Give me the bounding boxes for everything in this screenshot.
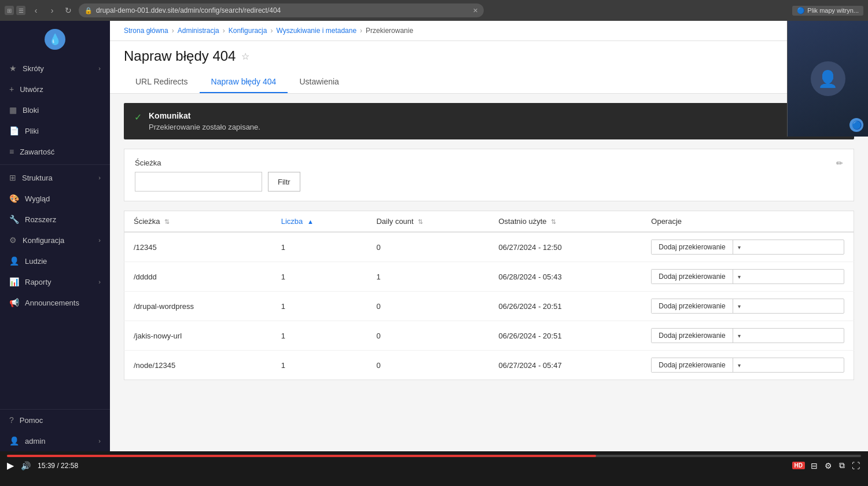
sidebar-item-konfiguracja[interactable]: ⚙ Konfiguracja › [0,230,110,251]
settings-button[interactable]: ⚙ [823,460,833,472]
extension-label: Plik mapy witryn... [807,7,859,14]
progress-bar-fill [7,455,596,457]
ludzie-icon: 👤 [9,256,19,266]
raporty-icon: 📊 [9,277,19,286]
sidebar-label-shortcuts: Skróty [23,64,44,73]
admin-chevron: › [98,437,101,444]
back-button[interactable]: ‹ [30,5,42,16]
extension-button[interactable]: 🔵 Plik mapy witryn... [792,6,863,16]
tab-url-redirects[interactable]: URL Redirects [124,71,200,93]
sidebar-item-admin[interactable]: 👤 admin › [0,430,110,451]
col-header-ostatnio[interactable]: Ostatnio użyte ⇅ [489,211,642,233]
browser-tab-icon[interactable]: ⊞ [5,6,14,15]
sidebar-item-rozszerz[interactable]: 🔧 Rozszerz [0,209,110,230]
breadcrumb-sep-3: › [270,27,273,35]
rozszerz-icon: 🔧 [9,215,19,224]
breadcrumb-admin[interactable]: Administracja [178,27,219,35]
sidebar-item-shortcuts[interactable]: ★ Skróty › [0,58,110,79]
video-overlay: 👤 🔵 [787,21,868,137]
subtitles-button[interactable]: ⊟ [810,460,819,472]
url-text: drupal-demo-001.ddev.site/admin/config/s… [96,6,469,14]
add-redirect-btn-2[interactable]: Dodaj przekierowanie ▾ [651,299,844,314]
sidebar-item-bloki[interactable]: ▦ Bloki [0,100,110,120]
cell-path-1: /ddddd [124,262,272,292]
forward-button[interactable]: › [46,5,58,16]
add-redirect-btn-3[interactable]: Dodaj przekierowanie ▾ [651,328,844,343]
cell-path-0: /12345 [124,232,272,262]
cell-ops-1: Dodaj przekierowanie ▾ [642,262,854,292]
sort-neutral-icon-3: ⇅ [551,218,556,225]
sidebar-label-pomoc: Pomoc [20,416,43,425]
sidebar-label-bloki: Bloki [23,106,39,115]
add-redirect-dropdown-2[interactable]: ▾ [733,300,745,312]
add-redirect-main-1[interactable]: Dodaj przekierowanie [652,270,733,284]
tab-ustawienia[interactable]: Ustawienia [288,71,350,93]
page-title-row: Napraw błędy 404 ☆ [124,48,854,64]
table-row: /ddddd 1 1 06/28/2024 - 05:43 Dodaj prze… [124,262,854,292]
add-redirect-btn-4[interactable]: Dodaj przekierowanie ▾ [651,358,844,373]
add-redirect-dropdown-0[interactable]: ▾ [733,241,745,253]
cell-daily-0: 0 [367,232,489,262]
progress-bar-container[interactable] [7,455,861,457]
sidebar-item-struktura[interactable]: ⊞ Struktura › [0,167,110,188]
path-filter-input[interactable] [135,172,262,192]
sidebar-item-raporty[interactable]: 📊 Raporty › [0,271,110,292]
browser-menu-icon[interactable]: ☰ [16,6,25,15]
sidebar-label-raporty: Raporty [25,278,52,286]
breadcrumb-home[interactable]: Strona główna [124,27,168,35]
add-redirect-btn-1[interactable]: Dodaj przekierowanie ▾ [651,269,844,284]
cell-path-4: /node/12345 [124,351,272,380]
col-header-sciezka[interactable]: Ścieżka ⇅ [124,211,272,233]
sidebar-logo: 💧 [0,21,110,58]
cell-ops-3: Dodaj przekierowanie ▾ [642,321,854,351]
cell-lastused-1: 06/28/2024 - 05:43 [489,262,642,292]
main-layout: 💧 ★ Skróty › + Utwórz ▦ Bloki 📄 Pli [0,21,868,451]
cell-lastused-2: 06/26/2024 - 20:51 [489,292,642,321]
col-header-daily[interactable]: Daily count ⇅ [367,211,489,233]
browser-controls: ⊞ ☰ [5,6,25,15]
volume-button[interactable]: 🔊 [21,461,31,470]
add-redirect-dropdown-1[interactable]: ▾ [733,271,745,283]
address-bar[interactable]: 🔒 drupal-demo-001.ddev.site/admin/config… [79,3,484,17]
filter-button[interactable]: Filtr [268,172,300,192]
add-redirect-main-2[interactable]: Dodaj przekierowanie [652,299,733,313]
col-header-liczba[interactable]: Liczba ▲ [272,211,367,233]
sidebar-label-create: Utwórz [20,85,43,94]
sidebar-label-wyglad: Wygląd [25,194,50,203]
sidebar-item-pomoc[interactable]: ? Pomoc [0,410,110,430]
bookmark-star-icon[interactable]: ☆ [241,51,249,62]
breadcrumb-sep-1: › [172,27,174,35]
breadcrumb-current: Przekierowanie [366,27,413,35]
pip-button[interactable]: ⧉ [838,459,846,472]
add-redirect-main-0[interactable]: Dodaj przekierowanie [652,240,733,254]
sidebar-item-announcements[interactable]: 📢 Announcements [0,292,110,313]
fullscreen-button[interactable]: ⛶ [851,460,861,472]
sidebar-item-pliki[interactable]: 📄 Pliki [0,120,110,141]
sidebar-item-zawartosc[interactable]: ≡ Zawartość [0,141,110,162]
announcements-icon: 📢 [9,298,19,307]
sidebar-item-wyglad[interactable]: 🎨 Wygląd [0,188,110,209]
add-redirect-main-4[interactable]: Dodaj przekierowanie [652,358,733,372]
edit-icon[interactable]: ✏ [836,159,843,168]
breadcrumb-search[interactable]: Wyszukiwanie i metadane [276,27,356,35]
cell-count-4: 1 [272,351,367,380]
sidebar-item-ludzie[interactable]: 👤 Ludzie [0,251,110,271]
sidebar-label-ludzie: Ludzie [25,257,47,266]
sidebar-item-create[interactable]: + Utwórz [0,79,110,100]
message-text: Przekierowanie zostało zapisane. [149,123,260,131]
play-button[interactable]: ▶ [7,460,14,471]
table-header-row: Ścieżka ⇅ Liczba ▲ Daily count ⇅ Ostat [124,211,854,233]
add-redirect-dropdown-3[interactable]: ▾ [733,330,745,342]
add-redirect-dropdown-4[interactable]: ▾ [733,359,745,371]
tab-napraw-bledy[interactable]: Napraw błędy 404 [200,71,288,93]
reload-button[interactable]: ↻ [62,5,74,16]
breadcrumb-konfiguracja[interactable]: Konfiguracja [229,27,267,35]
cell-daily-2: 0 [367,292,489,321]
address-close-icon[interactable]: ✕ [473,7,478,14]
breadcrumb-sep-4: › [360,27,362,35]
konfiguracja-chevron: › [98,237,101,244]
add-redirect-main-3[interactable]: Dodaj przekierowanie [652,329,733,343]
table-row: /12345 1 0 06/27/2024 - 12:50 Dodaj prze… [124,232,854,262]
add-redirect-btn-0[interactable]: Dodaj przekierowanie ▾ [651,240,844,255]
zawartosc-icon: ≡ [9,147,14,156]
